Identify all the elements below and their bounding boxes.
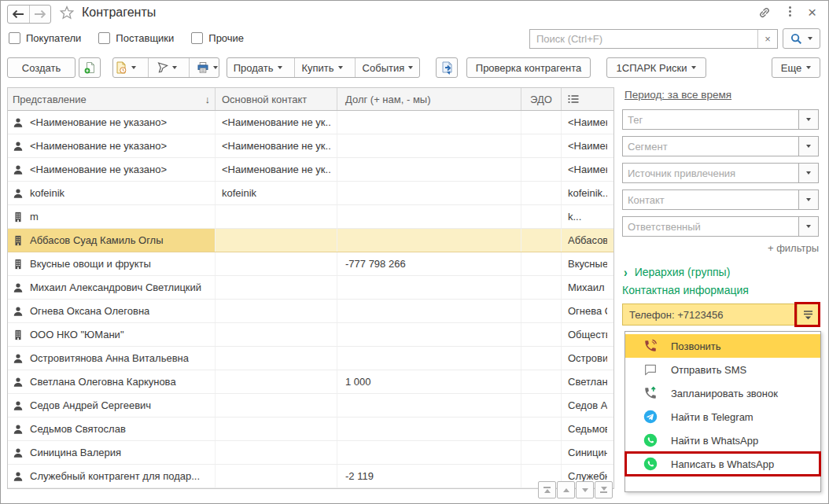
dossier-button[interactable] — [436, 57, 458, 78]
whatsapp-icon — [643, 457, 658, 472]
table-row[interactable]: Служебный контрагент для подар... -2 119… — [8, 465, 613, 488]
table-row[interactable]: Островитянова Анна Витальевна Островитян… — [8, 347, 613, 370]
favorite-star-icon[interactable] — [59, 5, 75, 24]
row-representation: <Наименован... — [568, 140, 607, 152]
table-row[interactable]: Вкусные овощи и фрукты -777 798 266 Вкус… — [8, 252, 613, 276]
row-name: <Наименование не указано> — [30, 140, 167, 152]
chevron-down-icon — [806, 171, 811, 175]
table-row-selected[interactable]: Аббасов Суад Камиль Оглы Аббасов Суа... — [8, 229, 613, 252]
menu-item-find-telegram[interactable]: Найти в Telegram — [625, 405, 820, 429]
table-row[interactable]: ООО НКО "ЮМани" Общество с о... — [8, 323, 613, 347]
list-pager — [538, 481, 613, 498]
source-filter-dropdown-button[interactable] — [798, 164, 818, 182]
segment-filter-dropdown-button[interactable] — [798, 137, 818, 156]
row-contact: kofeinik — [222, 187, 256, 199]
person-icon — [13, 471, 24, 482]
window-menu-icon[interactable] — [789, 6, 791, 17]
forward-button[interactable] — [30, 6, 51, 23]
spark-risks-button[interactable]: 1СПАРК Риски — [606, 57, 706, 78]
row-representation: Седов Андре... — [568, 399, 607, 411]
go-next-button[interactable] — [576, 481, 594, 498]
get-link-icon[interactable] — [757, 6, 772, 22]
table-row[interactable]: m k... — [8, 205, 613, 229]
phone-field — [622, 304, 819, 326]
person-icon — [13, 117, 24, 128]
back-button[interactable] — [8, 6, 30, 23]
table-row[interactable]: Седьмов Святослав Седьмов Свя... — [8, 418, 613, 441]
row-name: Михаил Александрович Светлицкий — [30, 281, 201, 293]
column-header-list-settings[interactable] — [562, 88, 613, 110]
column-header-main-contact[interactable]: Основной контакт — [216, 88, 337, 110]
sell-button[interactable]: Продать — [227, 58, 289, 77]
period-link[interactable]: Период: за все время — [625, 89, 731, 101]
filter-list-button[interactable] — [148, 58, 184, 77]
company-icon — [13, 329, 24, 340]
checkbox-label: Прочие — [208, 32, 244, 44]
create-based-on-button[interactable] — [108, 58, 143, 77]
table-row[interactable]: Михаил Александрович Светлицкий Михаил А… — [8, 276, 613, 300]
table-row[interactable]: <Наименование не указано> <Наименование … — [8, 111, 613, 134]
menu-item-find-whatsapp[interactable]: Найти в WhatsApp — [625, 429, 820, 452]
column-label: ЭДО — [530, 94, 552, 105]
table-row[interactable]: kofeinik kofeinik kofeinik... — [8, 182, 613, 205]
responsible-filter-input[interactable] — [623, 217, 798, 236]
verify-counterparty-button[interactable]: Проверка контрагента — [466, 57, 591, 78]
row-name: m — [30, 211, 39, 223]
go-last-button[interactable] — [595, 481, 613, 498]
hierarchy-toggle[interactable]: › Иерархия (группы) — [624, 266, 730, 278]
table-row[interactable]: Синицина Валерия Синицина Ва... — [8, 441, 613, 465]
responsible-filter-dropdown-button[interactable] — [798, 217, 818, 236]
counterparties-window: Контрагенты × Покупатели Поставщики Проч… — [0, 0, 829, 504]
checkbox-others[interactable]: Прочие — [191, 32, 244, 44]
spark-button-label: 1СПАРК Риски — [617, 62, 687, 74]
events-button[interactable]: События — [355, 58, 421, 77]
chevron-down-icon — [131, 66, 136, 69]
contact-actions-menu: Позвонить Отправить SMS Запланировать зв… — [625, 331, 821, 492]
person-icon — [13, 306, 24, 317]
go-previous-button[interactable] — [557, 481, 575, 498]
more-button[interactable]: Еще — [772, 57, 820, 78]
create-group-icon — [83, 61, 96, 74]
menu-item-send-sms[interactable]: Отправить SMS — [625, 358, 820, 381]
buy-button[interactable]: Купить — [294, 58, 350, 77]
search-input[interactable] — [530, 30, 757, 48]
segment-filter-input[interactable] — [623, 137, 798, 156]
go-first-button[interactable] — [538, 481, 556, 498]
table-row[interactable]: <Наименование не указано> <Наименование … — [8, 134, 613, 158]
create-button[interactable]: Создать — [7, 57, 76, 78]
menu-item-label: Запланировать звонок — [671, 388, 778, 399]
row-representation: Огнева Оксан... — [568, 305, 607, 317]
table-row[interactable]: <Наименование не указано> <Наименование … — [8, 158, 613, 182]
create-group-button[interactable] — [79, 57, 101, 78]
close-icon[interactable]: × — [808, 5, 816, 20]
table-row[interactable]: Огнева Оксана Олеговна Огнева Оксан... — [8, 300, 613, 323]
phone-actions-dropdown-button[interactable] — [797, 304, 818, 325]
sell-button-label: Продать — [234, 62, 274, 74]
menu-item-call[interactable]: Позвонить — [625, 334, 820, 358]
column-header-edo[interactable]: ЭДО — [521, 88, 562, 110]
row-name: kofeinik — [30, 187, 64, 199]
checkbox-suppliers[interactable]: Поставщики — [98, 32, 174, 44]
source-filter-input[interactable] — [623, 164, 798, 182]
tag-filter-dropdown-button[interactable] — [798, 110, 818, 129]
row-representation: Михаил Алек... — [568, 281, 607, 293]
menu-item-write-whatsapp[interactable]: Написать в WhatsApp — [625, 452, 820, 476]
contact-filter-input[interactable] — [623, 190, 798, 209]
hierarchy-label: Иерархия (группы) — [635, 266, 731, 278]
print-button[interactable] — [189, 58, 225, 77]
checkbox-box — [9, 32, 20, 44]
menu-item-schedule-call[interactable]: Запланировать звонок — [625, 381, 820, 405]
table-row[interactable]: Седов Андрей Сергеевич Седов Андре... — [8, 394, 613, 418]
contact-filter-dropdown-button[interactable] — [798, 190, 818, 209]
search-clear-icon[interactable]: × — [757, 30, 777, 48]
table-row[interactable]: Светлана Олеговна Каркунова 1 000 Светла… — [8, 370, 613, 394]
tag-filter-input[interactable] — [623, 110, 798, 129]
column-header-debt[interactable]: Долг (+ нам, - мы) — [337, 88, 521, 110]
column-header-representation[interactable]: Представление ↓ — [8, 88, 216, 110]
row-name: Островитянова Анна Витальевна — [30, 352, 189, 364]
more-filters-link[interactable]: + фильтры — [622, 242, 819, 254]
person-icon — [13, 424, 24, 435]
checkbox-buyers[interactable]: Покупатели — [9, 32, 81, 44]
search-button[interactable] — [783, 28, 820, 49]
phone-value-input[interactable] — [623, 304, 797, 325]
